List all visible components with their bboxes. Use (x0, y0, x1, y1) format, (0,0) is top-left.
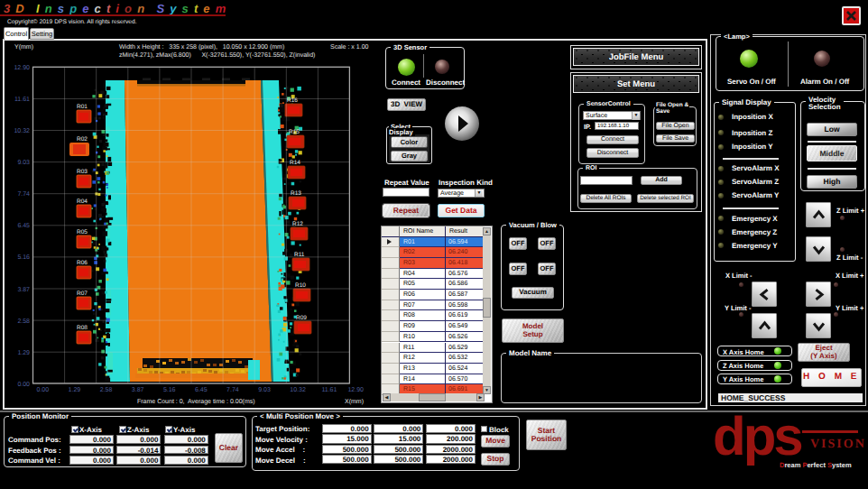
svg-text:R08: R08 (77, 325, 88, 331)
svg-text:5.16: 5.16 (17, 254, 30, 261)
svg-text:7.74: 7.74 (226, 387, 239, 393)
svg-text:11.61: 11.61 (14, 97, 30, 103)
svg-text:9.03: 9.03 (17, 160, 30, 166)
svg-text:R01: R01 (77, 104, 88, 110)
svg-text:2.58: 2.58 (100, 387, 113, 393)
svg-text:R06: R06 (77, 260, 88, 266)
svg-text:R14: R14 (290, 160, 300, 166)
svg-text:7.74: 7.74 (17, 191, 30, 198)
svg-text:10.32: 10.32 (290, 387, 306, 393)
svg-text:R02: R02 (77, 136, 88, 143)
svg-text:2.58: 2.58 (17, 318, 30, 325)
svg-text:R04: R04 (77, 198, 88, 205)
svg-text:1.29: 1.29 (17, 350, 30, 356)
svg-text:R10: R10 (295, 282, 306, 289)
svg-text:5.16: 5.16 (163, 387, 176, 393)
svg-text:R07: R07 (77, 291, 88, 297)
svg-text:6.45: 6.45 (17, 223, 30, 229)
svg-text:9.03: 9.03 (258, 387, 271, 393)
svg-text:R03: R03 (77, 169, 88, 175)
svg-text:6.45: 6.45 (195, 387, 208, 393)
svg-text:R05: R05 (77, 229, 88, 235)
svg-text:3.87: 3.87 (17, 287, 30, 293)
svg-text:12.90: 12.90 (347, 387, 364, 393)
svg-text:R12: R12 (292, 221, 303, 227)
svg-text:10.32: 10.32 (14, 128, 30, 134)
svg-text:0.00: 0.00 (17, 382, 30, 388)
svg-text:12.90: 12.90 (14, 65, 30, 71)
svg-text:1.29: 1.29 (69, 387, 81, 393)
svg-text:11.61: 11.61 (321, 387, 337, 393)
svg-text:3.87: 3.87 (132, 387, 144, 393)
svg-text:0.00: 0.00 (37, 387, 50, 393)
